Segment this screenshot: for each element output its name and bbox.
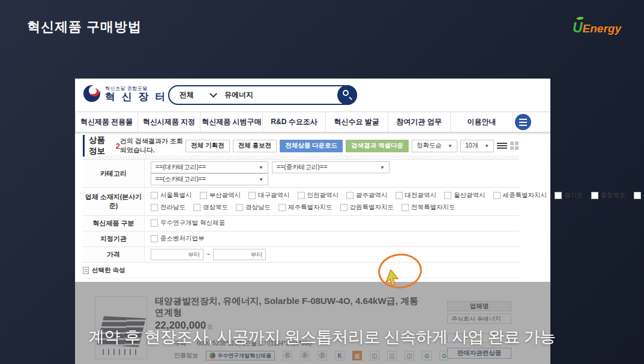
excel-download-button[interactable]: 검색결과 엑셀다운 bbox=[346, 140, 409, 152]
search-results-panel: 상품 정보 2 건의 검색결과가 조회되었습니다. 전체 기획전 전체 홍보전 … bbox=[75, 139, 550, 296]
checkbox-icon[interactable] bbox=[634, 192, 641, 199]
checkbox-icon[interactable] bbox=[151, 235, 158, 242]
site-logo-subtitle: 혁신조달 종합포털 bbox=[105, 85, 167, 92]
site-logo[interactable]: 혁신조달 종합포털 혁 신 장 터 bbox=[83, 85, 167, 103]
region-checkbox[interactable]: 대전광역시 bbox=[396, 191, 437, 200]
filter-row-category: 카테고리 ==(대카테고리)==▼==(중카테고리)==▼==(소카테고리)==… bbox=[83, 160, 519, 188]
checkbox-icon[interactable] bbox=[248, 192, 256, 199]
filter-label: 지정기관 bbox=[83, 231, 145, 246]
presentation-slide: 혁신제품 구매방법 UEnergy 혁신조달 종합포털 혁 신 장 터 전체 bbox=[0, 0, 644, 364]
filter-label: 혁신제품 구분 bbox=[83, 216, 145, 231]
checkbox-icon[interactable] bbox=[151, 192, 158, 199]
region-checkbox[interactable]: 충청북도 bbox=[591, 191, 626, 200]
price-min-input[interactable] bbox=[151, 249, 203, 260]
nav-item[interactable]: 혁신제품 시범구매 bbox=[200, 112, 263, 132]
result-count: 2 bbox=[116, 142, 120, 151]
list-view-icon[interactable] bbox=[497, 141, 507, 151]
section-title: 상품 정보 bbox=[83, 135, 112, 157]
region-checkbox[interactable]: 충청남도 bbox=[634, 191, 644, 200]
region-checkbox[interactable]: 전라남도 bbox=[151, 203, 185, 212]
checkbox-icon[interactable] bbox=[444, 192, 451, 199]
region-checkbox[interactable]: 경상남도 bbox=[236, 203, 271, 212]
region-checkbox[interactable]: 부산광역시 bbox=[200, 191, 241, 200]
checkbox-icon[interactable] bbox=[591, 192, 598, 199]
selected-attributes-row: 선택한 속성 bbox=[83, 263, 519, 278]
document-icon bbox=[83, 267, 89, 274]
region-checkbox[interactable]: 세종특별자치시 bbox=[493, 191, 547, 200]
region-checkbox[interactable]: 대구광역시 bbox=[248, 191, 290, 200]
region-checkbox[interactable]: 전북특별자치도 bbox=[402, 203, 456, 212]
region-checkbox[interactable]: 경기도 bbox=[555, 191, 583, 200]
nav-item[interactable]: 이용안내 bbox=[451, 112, 513, 132]
all-promotion-button[interactable]: 전체 홍보전 bbox=[233, 140, 277, 152]
checkbox-icon[interactable] bbox=[340, 204, 348, 211]
checkbox-icon[interactable] bbox=[555, 192, 562, 199]
checkbox-icon[interactable] bbox=[278, 204, 286, 211]
checkbox-icon[interactable] bbox=[298, 192, 305, 199]
selected-attributes-label: 선택한 속성 bbox=[92, 266, 125, 275]
uenergy-logo-u: U bbox=[573, 20, 583, 35]
sort-select[interactable]: 정확도순▼ bbox=[412, 140, 457, 152]
site-header: 혁신조달 종합포털 혁 신 장 터 전체 bbox=[75, 79, 550, 112]
filter-label: 업체 소재지(본사기준) bbox=[83, 188, 145, 215]
region-checkbox[interactable]: 인천광역시 bbox=[298, 191, 339, 200]
product-result-band: 태양광발전장치, 유에너지, Solarble F-08UW-4O, 4.64k… bbox=[75, 282, 550, 364]
slide-title: 혁신제품 구매방법 bbox=[27, 18, 142, 36]
page-size-select[interactable]: 10개▼ bbox=[460, 140, 494, 152]
hamburger-menu-button[interactable] bbox=[515, 114, 531, 130]
filter-table: 카테고리 ==(대카테고리)==▼==(중카테고리)==▼==(소카테고리)==… bbox=[83, 159, 519, 263]
taegeuk-logo-icon bbox=[83, 85, 101, 103]
checkbox-icon[interactable] bbox=[200, 192, 207, 199]
checkbox-icon[interactable] bbox=[151, 219, 158, 227]
filter-row-agency: 지정기관 중소벤처기업부 bbox=[83, 231, 519, 247]
region-checkbox[interactable]: 경상북도 bbox=[193, 203, 228, 212]
checkbox-icon[interactable] bbox=[402, 204, 409, 211]
checkbox-icon[interactable] bbox=[151, 204, 158, 211]
mouse-cursor-icon bbox=[385, 269, 402, 288]
download-all-button[interactable]: 전체상품 다운로드 bbox=[280, 140, 343, 152]
result-summary-row: 상품 정보 2 건의 검색결과가 조회되었습니다. 전체 기획전 전체 홍보전 … bbox=[83, 139, 519, 153]
category-select[interactable]: ==(대카테고리)==▼ bbox=[151, 161, 268, 173]
search-button[interactable] bbox=[337, 85, 357, 105]
search-icon bbox=[343, 90, 349, 96]
uenergy-logo-text: Energy bbox=[583, 22, 621, 35]
region-checkbox[interactable]: 제주특별자치도 bbox=[278, 203, 333, 212]
main-nav: 혁신제품 전용몰혁신시제품 지정혁신제품 시범구매R&D 수요조사혁신수요 발굴… bbox=[75, 112, 550, 133]
search-input[interactable] bbox=[224, 91, 337, 100]
checkbox-icon[interactable] bbox=[193, 204, 200, 211]
region-checkbox[interactable]: 강원특별자치도 bbox=[340, 203, 394, 212]
checkbox-icon[interactable] bbox=[396, 192, 403, 199]
filter-row-type: 혁신제품 구분 우수연구개발 혁신제품 bbox=[83, 216, 519, 231]
dim-overlay bbox=[75, 282, 550, 364]
grid-view-icon[interactable] bbox=[510, 142, 519, 151]
agency-checkbox[interactable]: 중소벤처기업부 bbox=[151, 234, 205, 243]
search-bar[interactable]: 전체 bbox=[168, 85, 357, 105]
product-type-checkbox[interactable]: 우수연구개발 혁신제품 bbox=[151, 219, 225, 227]
nav-item[interactable]: 혁신시제품 지정 bbox=[138, 112, 200, 132]
region-checkbox[interactable]: 광주광역시 bbox=[346, 191, 388, 200]
price-tilde: ~ bbox=[206, 251, 210, 258]
filter-row-location: 업체 소재지(본사기준) 서울특별시부산광역시대구광역시인천광역시광주광역시대전… bbox=[83, 188, 519, 216]
site-logo-title: 혁 신 장 터 bbox=[105, 92, 167, 103]
chevron-down-icon[interactable] bbox=[209, 90, 217, 98]
browser-screenshot: 혁신조달 종합포털 혁 신 장 터 전체 혁신제품 전용몰혁신시제품 지정혁신제… bbox=[75, 79, 550, 364]
video-subtitle: 계약 후 현장조사, 시공까지 원스톱처리로 신속하게 사업 완료 가능 bbox=[0, 326, 644, 348]
caret-down-icon: ▼ bbox=[259, 165, 263, 170]
nav-item[interactable]: 혁신수요 발굴 bbox=[326, 112, 388, 132]
price-max-input[interactable] bbox=[213, 249, 266, 260]
region-checkbox[interactable]: 울산광역시 bbox=[444, 191, 486, 200]
checkbox-icon[interactable] bbox=[493, 192, 501, 199]
all-exhibition-button[interactable]: 전체 기획전 bbox=[185, 140, 229, 152]
region-checkbox[interactable]: 서울특별시 bbox=[151, 191, 192, 200]
checkbox-icon[interactable] bbox=[236, 204, 243, 211]
nav-item[interactable]: 혁신제품 전용몰 bbox=[75, 112, 138, 132]
nav-item[interactable]: 참여기관 업무 bbox=[388, 112, 451, 132]
nav-item[interactable]: R&D 수요조사 bbox=[263, 112, 325, 132]
category-selects: ==(대카테고리)==▼==(중카테고리)==▼==(소카테고리)==▼ bbox=[145, 160, 519, 187]
caret-down-icon: ▼ bbox=[380, 165, 385, 170]
checkbox-icon[interactable] bbox=[346, 192, 354, 199]
category-select[interactable]: ==(소카테고리)==▼ bbox=[151, 173, 268, 185]
search-category-select[interactable]: 전체 bbox=[179, 90, 211, 100]
category-select[interactable]: ==(중카테고리)==▼ bbox=[272, 161, 390, 173]
caret-down-icon: ▼ bbox=[448, 143, 453, 149]
